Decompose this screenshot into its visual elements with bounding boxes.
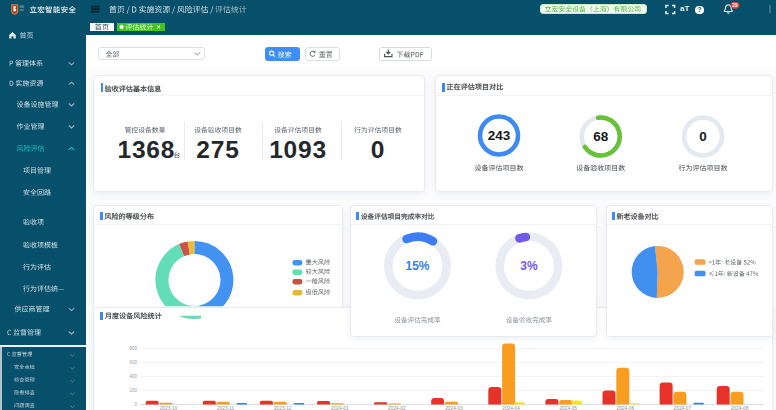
- svg-text:29: 29: [732, 3, 738, 8]
